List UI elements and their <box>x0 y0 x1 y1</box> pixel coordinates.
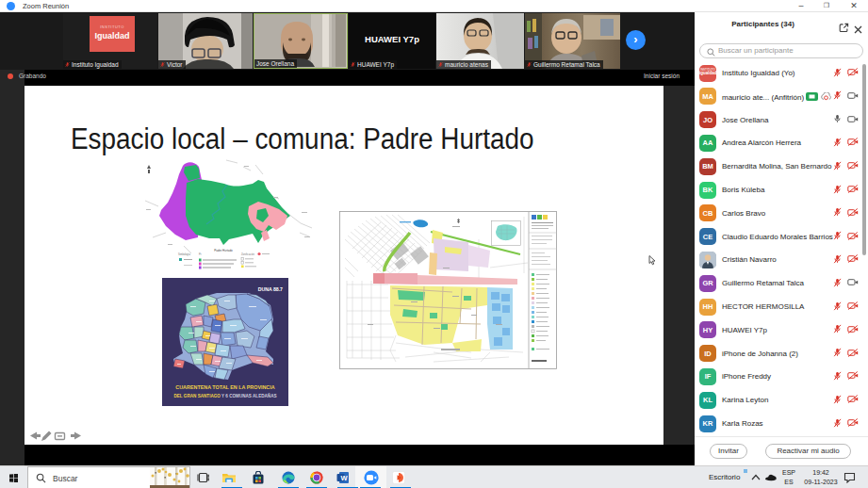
svg-text:CUARENTENA TOTAL EN LA PROVINC: CUARENTENA TOTAL EN LA PROVINCIA <box>175 384 274 390</box>
svg-text:DEL GRAN SANTIAGO Y 6 COMUNAS: DEL GRAN SANTIAGO Y 6 COMUNAS ALEDAÑAS <box>173 393 276 399</box>
svg-text:Pr: Pr <box>199 252 202 256</box>
svg-text:Simbología: Simbología <box>178 252 191 256</box>
svg-text:Zonificación: Zonificación <box>241 252 254 256</box>
svg-text:W: W <box>341 474 349 482</box>
svg-text:Padre Hurtado: Padre Hurtado <box>214 249 233 252</box>
svg-text:DUNA 88.7: DUNA 88.7 <box>258 286 283 292</box>
